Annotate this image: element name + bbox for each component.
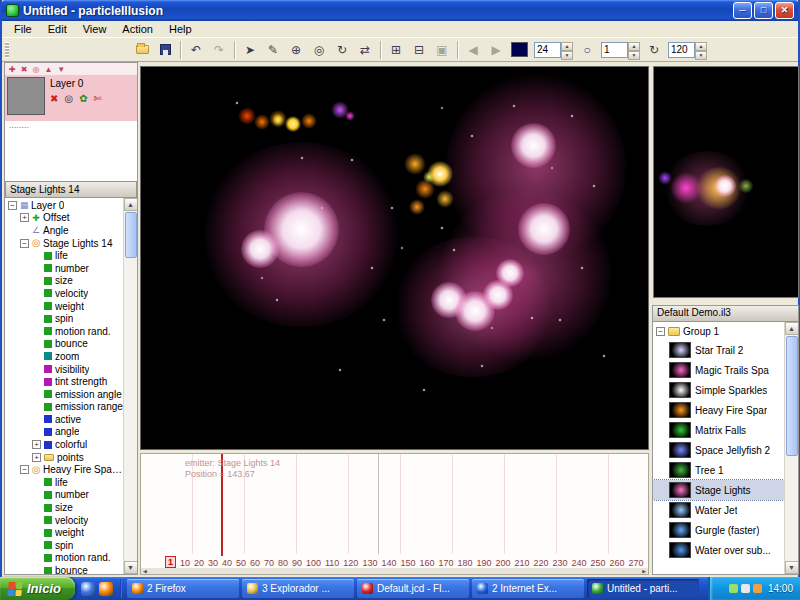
tree-expander-icon[interactable] <box>20 239 29 248</box>
library-header[interactable]: Default Demo.il3 <box>653 306 798 322</box>
layer-toolbar-icon[interactable]: ◎ <box>32 65 39 74</box>
titlebar[interactable]: Untitled - particleIllusion ─ □ ✕ <box>2 0 798 21</box>
tree-item[interactable]: spin <box>5 312 123 325</box>
draw-tool-button[interactable]: ✎ <box>262 40 284 60</box>
layer-toolbar-icon[interactable]: ✖ <box>21 65 28 74</box>
tree-expander-icon[interactable] <box>32 440 41 449</box>
scroll-up-button[interactable]: ▲ <box>124 198 138 211</box>
toolbar-gripper-icon[interactable] <box>5 42 9 58</box>
tree-expander-icon[interactable] <box>32 453 41 462</box>
tree-item[interactable]: size <box>5 275 123 288</box>
tree-item[interactable]: bounce <box>5 564 123 574</box>
frame-rate-spinner[interactable]: ▲▼ <box>561 42 573 58</box>
taskbar-task[interactable]: 2 Internet Ex... <box>472 579 584 598</box>
current-frame-input[interactable] <box>601 42 628 58</box>
layer-toolbar-icon[interactable]: ▲ <box>44 65 52 74</box>
library-item[interactable]: Heavy Fire Spar <box>653 400 784 420</box>
tree-item[interactable]: weight <box>5 526 123 539</box>
timeline-panel[interactable]: emitter: Stage Lights 14 Position = 143.… <box>140 453 649 575</box>
scroll-left-button[interactable]: ◀ <box>141 568 149 574</box>
tree-item[interactable]: motion rand. <box>5 552 123 565</box>
library-item[interactable]: Simple Sparkles <box>653 380 784 400</box>
library-item[interactable]: Water over sub... <box>653 540 784 560</box>
tree-item[interactable]: Heavy Fire Sparkle <box>5 463 123 476</box>
layer-thumbnail[interactable] <box>7 77 45 115</box>
tree-item[interactable]: Angle <box>5 224 123 237</box>
library-item[interactable]: Gurgle (faster) <box>653 520 784 540</box>
tree-item[interactable]: life <box>5 476 123 489</box>
tree-item[interactable]: Layer 0 <box>5 199 123 212</box>
tree-item[interactable]: velocity <box>5 514 123 527</box>
menu-item[interactable]: File <box>6 22 40 36</box>
library-item[interactable]: Space Jellyfish 2 <box>653 440 784 460</box>
tree-expander-icon[interactable] <box>20 465 29 474</box>
background-color-swatch[interactable] <box>511 42 528 57</box>
tree-item[interactable]: life <box>5 249 123 262</box>
scroll-thumb[interactable] <box>786 336 798 456</box>
tree-item[interactable]: Stage Lights 14 <box>5 237 123 250</box>
spin-up-icon[interactable]: ▲ <box>561 42 573 51</box>
rotate-tool-button[interactable]: ↻ <box>331 40 353 60</box>
tree-item[interactable]: zoom <box>5 350 123 363</box>
tree-item[interactable]: number <box>5 489 123 502</box>
tree-expander-icon[interactable] <box>20 213 29 222</box>
library-scrollbar[interactable]: ▲ ▼ <box>784 322 798 574</box>
target-tool-button[interactable]: ◎ <box>308 40 330 60</box>
zoom-fit-button[interactable]: ▣ <box>431 40 453 60</box>
tree-item[interactable]: colorful <box>5 438 123 451</box>
scroll-down-button[interactable]: ▼ <box>124 561 138 574</box>
tree-item[interactable]: angle <box>5 426 123 439</box>
library-group[interactable]: Group 1 <box>653 322 784 340</box>
scroll-right-button[interactable]: ▶ <box>640 568 648 574</box>
circle-button[interactable]: ○ <box>576 40 598 60</box>
spin-down-icon[interactable]: ▼ <box>695 51 707 60</box>
flip-tool-button[interactable]: ⇄ <box>354 40 376 60</box>
minimize-button[interactable]: ─ <box>733 2 752 19</box>
taskbar-task[interactable]: Default.jcd - Fl... <box>357 579 469 598</box>
frame-rate-input[interactable] <box>534 42 561 58</box>
tray-icon[interactable] <box>729 584 738 593</box>
scroll-down-button[interactable]: ▼ <box>785 561 799 574</box>
layer-strip[interactable]: Layer 0 ✖ ◎ ✿ ✄ <box>5 75 137 121</box>
library-item[interactable]: Stage Lights <box>653 480 784 500</box>
zoom-out-button[interactable]: ⊟ <box>408 40 430 60</box>
undo-button[interactable]: ↶ <box>185 40 207 60</box>
delete-layer-icon[interactable]: ✖ <box>50 93 58 104</box>
quick-launch-icon[interactable] <box>81 582 95 596</box>
tree-item[interactable]: points <box>5 451 123 464</box>
taskbar-task[interactable]: 2 Firefox <box>127 579 239 598</box>
start-button[interactable]: Inicio <box>0 577 75 600</box>
taskbar-task[interactable]: Untitled - parti... <box>587 579 699 598</box>
prev-frame-button[interactable]: ◀ <box>462 40 484 60</box>
layer-toolbar-icon[interactable]: ✚ <box>9 65 16 74</box>
tree-item[interactable]: emission angle <box>5 388 123 401</box>
current-frame-spinner[interactable]: ▲▼ <box>628 42 640 58</box>
layer-target-icon[interactable]: ◎ <box>64 93 73 104</box>
tray-icon[interactable] <box>753 584 762 593</box>
menu-item[interactable]: Action <box>114 22 161 36</box>
spin-up-icon[interactable]: ▲ <box>695 42 707 51</box>
tree-item[interactable]: tint strength <box>5 375 123 388</box>
tree-expander-icon[interactable] <box>8 201 17 210</box>
tree-item[interactable]: number <box>5 262 123 275</box>
tree-item[interactable]: Offset <box>5 212 123 225</box>
tree-item[interactable]: visibility <box>5 363 123 376</box>
tree-item[interactable]: emission range <box>5 401 123 414</box>
tree-item[interactable]: motion rand. <box>5 325 123 338</box>
menu-item[interactable]: Help <box>161 22 200 36</box>
library-item[interactable]: Magic Trails Spa <box>653 360 784 380</box>
close-button[interactable]: ✕ <box>775 2 794 19</box>
scroll-thumb[interactable] <box>125 212 137 258</box>
library-item[interactable]: Star Trail 2 <box>653 340 784 360</box>
library-item[interactable]: Matrix Falls <box>653 420 784 440</box>
tree-item[interactable]: weight <box>5 300 123 313</box>
tree-scrollbar[interactable]: ▲ ▼ <box>123 198 137 574</box>
menu-item[interactable]: View <box>75 22 115 36</box>
library-item[interactable]: Tree 1 <box>653 460 784 480</box>
spin-down-icon[interactable]: ▼ <box>561 51 573 60</box>
taskbar-task[interactable]: 3 Explorador ... <box>242 579 354 598</box>
spin-up-icon[interactable]: ▲ <box>628 42 640 51</box>
tree-item[interactable]: bounce <box>5 338 123 351</box>
play-button[interactable]: ▶ <box>485 40 507 60</box>
redo-button[interactable]: ↷ <box>208 40 230 60</box>
